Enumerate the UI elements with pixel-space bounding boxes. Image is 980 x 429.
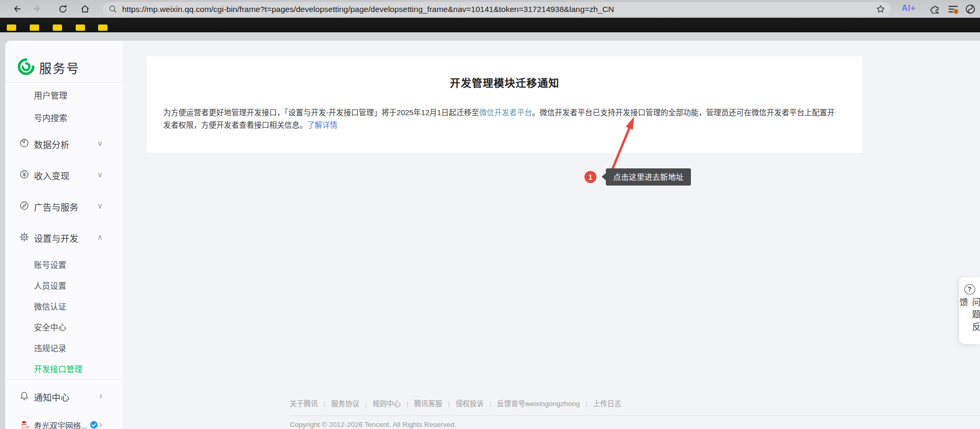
sidebar-item-data-analysis[interactable]: 数据分析 <box>34 138 69 151</box>
feedback-label: 问题反馈 <box>957 298 980 344</box>
sidebar-item-monetization[interactable]: 收入变现 <box>34 169 69 182</box>
notice-title: 开发管理模块迁移通知 <box>147 76 863 91</box>
home-button[interactable] <box>78 2 92 16</box>
notice-body: 为方便运营者更好地管理开发接口，「设置与开发-开发接口管理」将于2025年12月… <box>163 106 850 131</box>
sidebar-item-notification-center[interactable]: 通知中心 <box>34 390 69 403</box>
page-footer: 关于腾讯|服务协议|规则中心|腾讯客服|侵权投诉|反馈官号weixingongz… <box>290 398 980 428</box>
chevron-right-icon[interactable]: › <box>99 419 102 429</box>
footer-divider: | <box>585 400 588 408</box>
chevron-up-icon[interactable]: ∧ <box>97 232 103 242</box>
copyright-text: Copyright © 2012-2026 Tencent. All Right… <box>290 421 980 428</box>
footer-divider: | <box>365 400 367 408</box>
footer-links: 关于腾讯|服务协议|规则中心|腾讯客服|侵权投诉|反馈官号weixingongz… <box>290 398 980 408</box>
bookmark-item-icon[interactable] <box>76 24 85 31</box>
extensions-button[interactable] <box>928 2 942 16</box>
forward-arrow-icon <box>31 3 42 15</box>
footer-link-upload-log[interactable]: 上传日志 <box>593 400 621 408</box>
profile-button[interactable] <box>963 2 977 16</box>
star-icon <box>876 4 886 14</box>
compass-icon <box>19 201 29 211</box>
footer-separator <box>290 415 980 416</box>
sidebar-item-account-search[interactable]: 号内搜索 <box>34 111 67 124</box>
sidebar-item-ads-services[interactable]: 广告与服务 <box>34 200 78 213</box>
url-text[interactable]: https://mp.weixin.qq.com/cgi-bin/frame?t… <box>122 5 876 14</box>
ai-plus-button[interactable]: AI+ <box>902 4 916 13</box>
notice-text: 为方便运营者更好地管理开发接口，「设置与开发-开发接口管理」将于2025年12月… <box>163 108 479 117</box>
address-bar[interactable]: https://mp.weixin.qq.com/cgi-bin/frame?t… <box>103 2 891 16</box>
footer-link-about-tencent[interactable]: 关于腾讯 <box>290 400 318 408</box>
bookmark-star-button[interactable] <box>876 4 886 14</box>
bookmark-item-icon[interactable] <box>30 24 39 31</box>
chevron-down-icon[interactable]: ∨ <box>97 170 103 179</box>
home-icon <box>79 3 91 15</box>
forward-button[interactable] <box>29 2 44 16</box>
footer-link-infringement-complaint[interactable]: 侵权投诉 <box>456 400 484 408</box>
chevron-right-icon[interactable]: › <box>99 390 102 401</box>
verified-badge-icon <box>90 421 98 429</box>
mp-admin-page: 服务号 用户管理 号内搜索 数据分析 ∨ 收入变现 ∨ 广告 <box>5 41 980 429</box>
profile-swirl-icon <box>965 4 976 15</box>
tooltip-pointer <box>602 173 606 180</box>
main-content: 开发管理模块迁移通知 为方便运营者更好地管理开发接口，「设置与开发-开发接口管理… <box>123 41 980 429</box>
sidebar-item-account-settings[interactable]: 账号设置 <box>34 259 66 270</box>
wechat-developer-platform-link[interactable]: 微信开发者平台 <box>479 108 532 117</box>
chevron-down-icon[interactable]: ∨ <box>97 139 103 148</box>
back-button[interactable] <box>10 2 25 16</box>
browser-window: https://mp.weixin.qq.com/cgi-bin/frame?t… <box>0 0 980 429</box>
puzzle-icon <box>930 4 940 14</box>
footer-divider: | <box>489 400 492 408</box>
svg-text:双宇网络: 双宇网络 <box>22 426 30 429</box>
annotation-step-badge: 1 <box>584 171 596 183</box>
bookmarks-bar <box>0 18 980 32</box>
sidebar: 服务号 用户管理 号内搜索 数据分析 ∨ 收入变现 ∨ 广告 <box>5 41 123 429</box>
feedback-widget[interactable]: ? 问题反馈 <box>959 277 980 344</box>
yen-circle-icon <box>19 169 29 179</box>
bookmark-item-icon[interactable] <box>98 24 107 31</box>
pie-chart-icon <box>19 138 29 148</box>
question-mark-icon: ? <box>964 284 975 295</box>
list-with-avatar-icon <box>947 3 959 15</box>
footer-link-tencent-support[interactable]: 腾讯客服 <box>414 400 443 408</box>
reload-button[interactable] <box>55 2 70 16</box>
gear-icon <box>19 232 29 242</box>
account-avatar[interactable]: 双宇网络 <box>17 417 31 429</box>
reading-list-button[interactable] <box>946 2 960 16</box>
account-name[interactable]: 寿光双宇网络... <box>34 420 88 429</box>
learn-more-link[interactable]: 了解详情 <box>307 121 338 129</box>
sidebar-item-violation-records[interactable]: 违规记录 <box>34 342 66 353</box>
migration-notice-card: 开发管理模块迁移通知 为方便运营者更好地管理开发接口，「设置与开发-开发接口管理… <box>147 56 863 153</box>
sidebar-item-settings-development[interactable]: 设置与开发 <box>34 231 78 244</box>
chevron-down-icon[interactable]: ∨ <box>97 201 103 211</box>
notice-text: 。微信开发者平台已支持开发接口管理的全部功能，管理员还可在微信开发者平台上配置开 <box>532 108 835 117</box>
service-account-logo-icon <box>17 58 35 76</box>
sidebar-item-user-management[interactable]: 用户管理 <box>34 89 67 101</box>
footer-divider: | <box>407 400 409 408</box>
sidebar-item-staff-settings[interactable]: 人员设置 <box>34 279 66 291</box>
footer-link-rules-center[interactable]: 规则中心 <box>373 400 401 408</box>
footer-divider: | <box>324 400 326 408</box>
notice-line-1: 为方便运营者更好地管理开发接口，「设置与开发-开发接口管理」将于2025年12月… <box>163 106 850 119</box>
notice-text: 发者权限，方便开发者查看接口相关信息。 <box>163 121 307 129</box>
sidebar-item-wechat-verification[interactable]: 微信认证 <box>34 300 66 312</box>
footer-link-feedback-account[interactable]: 反馈官号weixingongzhong <box>497 400 580 408</box>
reload-icon <box>57 4 68 15</box>
search-icon <box>109 5 117 14</box>
back-arrow-icon <box>11 3 23 15</box>
bookmark-item-icon[interactable] <box>53 24 62 31</box>
notice-line-2: 发者权限，方便开发者查看接口相关信息。了解详情 <box>163 119 850 131</box>
bookmark-item-icon[interactable] <box>7 24 16 31</box>
account-avatar-logo-icon: 双宇网络 <box>18 418 30 429</box>
bell-icon <box>19 391 29 401</box>
tooltip-text: 点击这里进去新地址 <box>613 173 684 181</box>
footer-divider: | <box>448 400 450 408</box>
divider <box>5 82 123 83</box>
service-account-title: 服务号 <box>39 58 80 77</box>
footer-link-service-agreement[interactable]: 服务协议 <box>331 400 360 408</box>
divider <box>5 379 123 379</box>
annotation-tooltip: 点击这里进去新地址 <box>606 168 691 186</box>
browser-toolbar: https://mp.weixin.qq.com/cgi-bin/frame?t… <box>0 0 980 18</box>
sidebar-item-security-center[interactable]: 安全中心 <box>34 321 66 333</box>
sidebar-item-dev-api-management[interactable]: 开发接口管理 <box>34 363 82 374</box>
